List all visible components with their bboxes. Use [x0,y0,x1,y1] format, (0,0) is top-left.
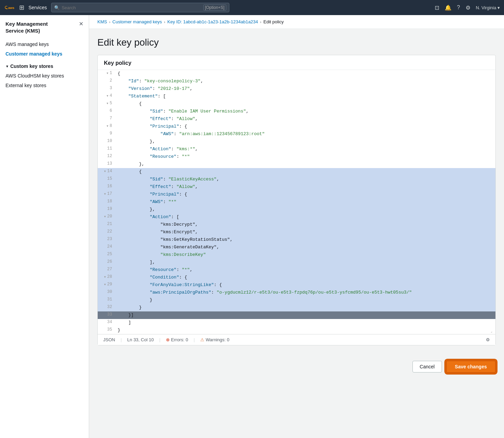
code-line-35[interactable]: 35} [98,327,495,334]
code-line-1[interactable]: ▼1{ [98,70,495,78]
code-line-4[interactable]: ▼4 "Statement": [ [98,93,495,100]
code-line-2[interactable]: 2 "Id": "key-consolepolicy-3", [98,78,495,85]
save-changes-button[interactable]: Save changes [446,360,496,373]
code-line-5[interactable]: ▼5 { [98,100,495,108]
line-number-5: ▼5 [98,100,115,106]
fold-arrow-5[interactable]: ▼ [107,102,108,105]
warning-icon: ⚠ [200,337,204,342]
line-number-13: 13 [98,161,115,167]
top-navigation: aws ⊞ Services 🔍 [Option+S] ⊡ 🔔 ? ⚙ N. V… [0,0,504,15]
search-bar[interactable]: 🔍 [Option+S] [51,3,229,12]
code-line-14[interactable]: ▼14 { [98,168,495,176]
terminal-icon[interactable]: ⊡ [435,4,439,11]
code-line-16[interactable]: 16 "Effect": "Allow", [98,183,495,191]
code-line-21[interactable]: 21 "kms:Decrypt", [98,221,495,228]
line-number-6: 6 [98,108,115,114]
line-content-20: "Action": [ [115,213,495,221]
code-line-30[interactable]: 30 "aws:PrincipalOrgPaths": "o-ygducmlz1… [98,289,495,296]
fold-arrow-17[interactable]: ▼ [104,192,106,196]
line-number-14: ▼14 [98,168,115,174]
code-line-27[interactable]: 27 "Resource": "*", [98,266,495,274]
code-line-3[interactable]: 3 "Version": "2012-10-17", [98,85,495,93]
breadcrumb-key-id[interactable]: Key ID: 1abcd-ab1c-1a23-1a2b-1234ab1a234 [167,19,258,24]
code-line-34[interactable]: 34 ] [98,319,495,327]
code-line-33[interactable]: 33 }] [98,311,495,319]
statusbar-warnings: ⚠ Warnings: 0 [200,337,229,342]
line-number-12: 12 [98,153,115,159]
fold-arrow-29[interactable]: ▼ [104,283,106,286]
sidebar-section-label: Custom key stores [10,63,53,69]
code-line-29[interactable]: ▼29 "ForAnyValue:StringLike": { [98,281,495,289]
code-line-13[interactable]: 13 }, [98,161,495,168]
fold-arrow-28[interactable]: ▼ [104,275,106,279]
code-line-23[interactable]: 23 "kms:GetKeyRotationStatus", [98,236,495,244]
fold-arrow-4[interactable]: ▼ [107,94,108,97]
line-content-30: "aws:PrincipalOrgPaths": "o-ygducmlz12/r… [115,289,495,296]
code-line-9[interactable]: 9 "AWS": "arn:aws:iam::123456789123:root… [98,130,495,138]
code-line-11[interactable]: 11 "Action": "kms:*", [98,145,495,153]
cancel-button[interactable]: Cancel [412,361,442,372]
line-number-20: ▼20 [98,213,115,220]
breadcrumb-kms[interactable]: KMS [97,19,107,24]
search-input[interactable] [62,5,201,10]
code-line-25[interactable]: 25 "kms:DescribeKey" [98,251,495,259]
code-line-6[interactable]: 6 "Sid": "Enable IAM User Permissions", [98,108,495,115]
help-icon[interactable]: ? [457,4,460,11]
line-content-24: "kms:GenerateDataKey", [115,244,495,251]
editor-statusbar: JSON | Ln 33, Col 10 | ⊗ Errors: 0 | ⚠ W… [98,334,495,345]
line-number-19: 19 [98,206,115,212]
sidebar-item-label: AWS managed keys [5,42,49,47]
code-editor[interactable]: ▼1{2 "Id": "key-consolepolicy-3",3 "Vers… [98,70,495,334]
page-title: Edit key policy [97,37,496,48]
fold-arrow-20[interactable]: ▼ [104,215,106,218]
line-content-19: }, [115,206,495,213]
breadcrumb-customer-managed-keys[interactable]: Customer managed keys [112,19,162,24]
code-line-20[interactable]: ▼20 "Action": [ [98,213,495,221]
sidebar-item-customer-managed-keys[interactable]: Customer managed keys [0,49,89,59]
fold-arrow-1[interactable]: ▼ [107,72,108,75]
resize-handle[interactable]: ⌟ [491,329,494,333]
aws-logo[interactable]: aws [4,4,15,11]
code-line-32[interactable]: 32 } [98,304,495,311]
grid-icon[interactable]: ⊞ [19,4,24,11]
line-content-25: "kms:DescribeKey" [115,251,495,259]
bell-icon[interactable]: 🔔 [445,4,452,11]
line-number-35: 35 [98,327,115,333]
code-line-26[interactable]: 26 ], [98,259,495,266]
line-content-16: "Effect": "Allow", [115,183,495,191]
line-content-8: "Principal": { [115,123,495,130]
line-number-30: 30 [98,289,115,295]
code-line-18[interactable]: 18 "AWS": "*" [98,198,495,206]
breadcrumb-current: Edit policy [263,19,284,24]
line-content-28: "Condition": { [115,274,495,281]
sidebar-close-button[interactable]: ✕ [79,21,83,27]
region-selector[interactable]: N. Virginia ▾ [476,5,500,10]
editor-settings-icon[interactable]: ⚙ [486,337,490,342]
settings-icon[interactable]: ⚙ [466,4,470,11]
code-line-7[interactable]: 7 "Effect": "Allow", [98,115,495,123]
sidebar-item-cloudhsm-key-stores[interactable]: AWS CloudHSM key stores [0,71,89,81]
statusbar-format-label: JSON [103,337,115,342]
code-line-10[interactable]: 10 }, [98,138,495,145]
sidebar-item-aws-managed-keys[interactable]: AWS managed keys [0,39,89,49]
sidebar-item-external-key-stores[interactable]: External key stores [0,81,89,90]
code-line-12[interactable]: 12 "Resource": "*" [98,153,495,161]
code-line-22[interactable]: 22 "kms:Encrypt", [98,228,495,236]
key-policy-card: Key policy ▼1{2 "Id": "key-consolepolicy… [97,55,496,345]
line-content-10: }, [115,138,495,145]
line-number-31: 31 [98,296,115,303]
fold-arrow-8[interactable]: ▼ [107,125,108,128]
code-line-17[interactable]: ▼17 "Principal": { [98,191,495,198]
main-content: KMS › Customer managed keys › Key ID: 1a… [89,15,504,438]
code-line-15[interactable]: 15 "Sid": "ElasticKeyAccess", [98,176,495,183]
code-line-24[interactable]: 24 "kms:GenerateDataKey", [98,244,495,251]
line-number-32: 32 [98,304,115,310]
code-line-31[interactable]: 31 } [98,296,495,304]
fold-arrow-14[interactable]: ▼ [104,170,106,173]
services-nav[interactable]: Services [28,5,47,10]
breadcrumb: KMS › Customer managed keys › Key ID: 1a… [89,15,504,29]
code-line-8[interactable]: ▼8 "Principal": { [98,123,495,130]
code-line-28[interactable]: ▼28 "Condition": { [98,274,495,281]
line-content-11: "Action": "kms:*", [115,145,495,153]
code-line-19[interactable]: 19 }, [98,206,495,213]
